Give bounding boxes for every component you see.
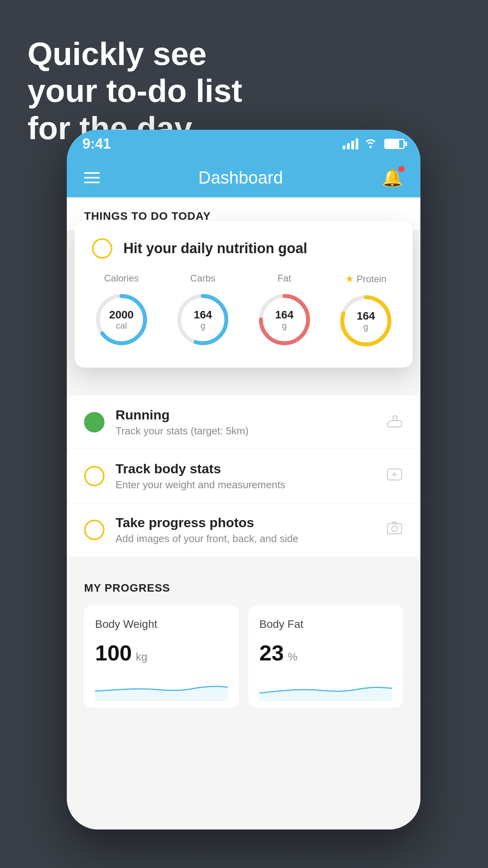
phone-content: THINGS TO DO TODAY Hit your daily nutrit…	[67, 197, 420, 829]
bell-icon[interactable]: 🔔	[382, 167, 403, 188]
body-stats-title: Track body stats	[116, 461, 375, 476]
status-icons	[343, 137, 405, 151]
progress-section: MY PROGRESS Body Weight 100 kg B	[67, 563, 420, 720]
fat-value: 164	[275, 309, 294, 321]
status-time: 9:41	[83, 136, 111, 152]
todo-list: Running Track your stats (target: 5km) T…	[67, 395, 420, 557]
body-weight-value: 100	[95, 640, 132, 666]
nutrition-carbs: Carbs 164 g	[173, 273, 232, 349]
nutrition-fat: Fat 164 g	[255, 273, 314, 349]
app-header: Dashboard 🔔	[67, 158, 420, 197]
body-stats-text: Track body stats Enter your weight and m…	[116, 461, 375, 491]
nutrition-card: Hit your daily nutrition goal Calories 2…	[75, 221, 413, 368]
progress-title: MY PROGRESS	[84, 582, 403, 594]
protein-label: Protein	[356, 274, 386, 285]
calories-value: 2000	[109, 309, 134, 321]
body-fat-chart	[259, 673, 392, 701]
carbs-unit: g	[194, 321, 212, 330]
body-stats-subtitle: Enter your weight and measurements	[116, 479, 375, 491]
carbs-label: Carbs	[190, 273, 215, 284]
hamburger-menu[interactable]	[84, 172, 100, 183]
wifi-icon	[364, 137, 377, 151]
star-icon: ★	[345, 273, 354, 285]
svg-rect-11	[387, 524, 402, 534]
calories-circle: 2000 cal	[92, 290, 151, 349]
body-weight-value-row: 100 kg	[95, 640, 228, 666]
body-weight-unit: kg	[136, 651, 147, 663]
protein-label-row: ★ Protein	[345, 273, 386, 285]
body-weight-card: Body Weight 100 kg	[84, 605, 239, 708]
photos-subtitle: Add images of your front, back, and side	[116, 533, 375, 545]
notification-dot	[398, 166, 405, 172]
protein-unit: g	[357, 322, 375, 331]
nutrition-checkbox[interactable]	[92, 238, 112, 259]
running-text: Running Track your stats (target: 5km)	[116, 407, 375, 437]
photos-text: Take progress photos Add images of your …	[116, 515, 375, 545]
body-weight-chart	[95, 673, 228, 701]
nutrition-grid: Calories 2000 cal Carbs	[92, 273, 395, 350]
status-bar: 9:41	[67, 130, 420, 158]
body-fat-card-title: Body Fat	[259, 618, 392, 631]
todo-item-body-stats[interactable]: Track body stats Enter your weight and m…	[67, 449, 420, 503]
body-weight-card-title: Body Weight	[95, 618, 228, 631]
signal-icon	[343, 138, 358, 149]
todo-item-running[interactable]: Running Track your stats (target: 5km)	[67, 395, 420, 449]
todo-item-photos[interactable]: Take progress photos Add images of your …	[67, 503, 420, 557]
scale-icon	[386, 466, 403, 487]
section-label: THINGS TO DO TODAY	[84, 210, 211, 222]
fat-circle: 164 g	[255, 290, 314, 349]
body-stats-checkbox[interactable]	[84, 466, 105, 486]
carbs-value: 164	[194, 309, 212, 321]
svg-point-12	[392, 526, 397, 531]
nutrition-card-title: Hit your daily nutrition goal	[123, 240, 307, 257]
carbs-circle: 164 g	[173, 290, 232, 349]
calories-label: Calories	[104, 273, 139, 284]
body-fat-unit: %	[288, 651, 297, 663]
header-title: Dashboard	[198, 168, 283, 188]
fat-label: Fat	[277, 273, 291, 284]
headline-line1: Quickly see	[28, 35, 242, 72]
shoe-icon	[386, 413, 403, 432]
body-fat-value-row: 23 %	[259, 640, 392, 666]
running-checkbox[interactable]	[84, 412, 105, 432]
body-fat-value: 23	[259, 640, 284, 666]
running-title: Running	[116, 407, 375, 423]
running-subtitle: Track your stats (target: 5km)	[116, 425, 375, 437]
phone-shell: 9:41 Dashboard 🔔	[67, 130, 420, 829]
progress-cards: Body Weight 100 kg Body Fat 23 %	[84, 605, 403, 708]
protein-value: 164	[357, 310, 375, 322]
body-fat-card: Body Fat 23 %	[248, 605, 403, 708]
battery-icon	[384, 139, 405, 149]
fat-unit: g	[275, 321, 294, 330]
nutrition-protein: ★ Protein 164 g	[336, 273, 395, 350]
nutrition-calories: Calories 2000 cal	[92, 273, 151, 349]
photos-checkbox[interactable]	[84, 520, 105, 540]
calories-unit: cal	[109, 321, 134, 330]
card-title-row: Hit your daily nutrition goal	[92, 238, 395, 259]
photos-title: Take progress photos	[116, 515, 375, 530]
photo-icon	[386, 520, 403, 541]
headline-line2: your to-do list	[28, 72, 242, 109]
protein-circle: 164 g	[336, 291, 395, 350]
